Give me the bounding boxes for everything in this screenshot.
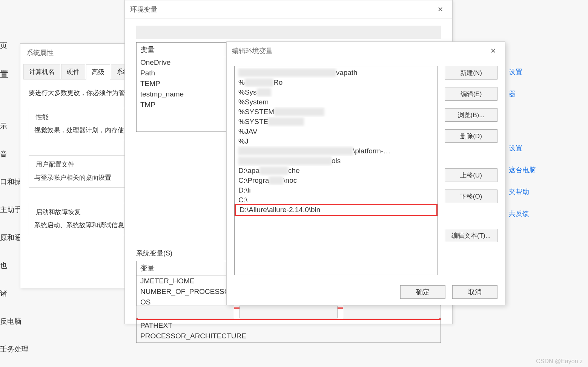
path-row[interactable]: …………………………………ols: [235, 156, 438, 166]
left-settings-fragments: 页 置 示 音 口和操作 主助手 原和睡眠 也 诸 反电脑 壬务处理 影到此电脑: [0, 23, 21, 367]
close-icon[interactable]: ✕: [486, 46, 500, 56]
dialog-title: 编辑环境变量: [232, 46, 273, 55]
edit-text-button[interactable]: 编辑文本(T)...: [445, 229, 497, 242]
fragment: 口和操作: [0, 177, 21, 187]
close-icon[interactable]: ✕: [433, 4, 447, 15]
cancel-button[interactable]: 取消: [452, 285, 497, 299]
redacted-username-area: [136, 26, 441, 39]
link-settings2[interactable]: 设置: [509, 144, 588, 153]
fragment: 诸: [0, 289, 21, 298]
path-row[interactable]: C:\Progra……\noc: [235, 176, 438, 185]
fragment: 壬务处理: [0, 344, 21, 354]
path-row[interactable]: %SYSTE……………: [235, 117, 438, 127]
env-bottom-buttons: [136, 306, 441, 318]
path-row[interactable]: D:\apa…………che: [235, 166, 438, 176]
path-row[interactable]: %JAV: [235, 127, 438, 136]
fragment: 页: [0, 41, 21, 50]
path-row[interactable]: …………………………………………\platform-…: [235, 146, 438, 156]
tab-hardware[interactable]: 硬件: [61, 64, 85, 79]
fragment: 原和睡眠: [0, 233, 21, 243]
fragment: 置: [0, 69, 21, 80]
path-row[interactable]: %J: [235, 136, 438, 146]
button-placeholder[interactable]: [136, 306, 234, 318]
path-row[interactable]: D:\li: [235, 185, 438, 195]
link-this-pc[interactable]: 这台电脑: [509, 165, 588, 174]
list-item[interactable]: PATHEXT: [137, 320, 441, 331]
move-up-button[interactable]: 上移(U): [445, 168, 497, 182]
group-title: 用户配置文件: [34, 160, 76, 169]
path-row[interactable]: %SYSTEM…………………: [235, 107, 438, 117]
browse-button[interactable]: 浏览(B)...: [445, 108, 497, 122]
path-row[interactable]: %Sys……: [235, 87, 438, 97]
edit-env-var-dialog: 编辑环境变量 ✕ gram Fil…………………………vapath%…………Ro…: [226, 41, 505, 305]
path-row[interactable]: D:\Allure\allure-2.14.0\bin: [235, 204, 438, 216]
path-list[interactable]: gram Fil…………………………vapath%…………Ro%Sys……%Sy…: [234, 66, 438, 275]
edit-button[interactable]: 编辑(E): [445, 87, 497, 101]
link-feedback[interactable]: 共反馈: [509, 209, 588, 218]
list-item[interactable]: PROCESSOR_IDENTIFIER: [137, 341, 441, 343]
path-row[interactable]: %…………Ro: [235, 78, 438, 87]
fragment: 音: [0, 149, 21, 159]
button-placeholder[interactable]: [343, 306, 441, 318]
fragment: 示: [0, 121, 21, 131]
edit-buttons-column: 新建(N) 编辑(E) 浏览(B)... 删除(D) 上移(U) 下移(O) 编…: [445, 66, 497, 275]
path-row[interactable]: gram Fil…………………………vapath: [235, 68, 438, 78]
link-help[interactable]: 夹帮助: [509, 187, 588, 196]
group-title: 启动和故障恢复: [34, 208, 82, 216]
link-settings[interactable]: 设置: [509, 67, 588, 76]
move-down-button[interactable]: 下移(O): [445, 190, 497, 203]
group-title: 性能: [34, 113, 50, 121]
tab-advanced[interactable]: 高级: [86, 64, 110, 80]
button-placeholder[interactable]: [239, 306, 338, 318]
fragment: 也: [0, 261, 21, 271]
fragment: 反电脑: [0, 317, 21, 326]
watermark: CSDN @Eayon z: [536, 358, 583, 365]
fragment: 主助手: [0, 205, 21, 215]
right-links: 设置 器 设置 这台电脑 夹帮助 共反馈: [509, 55, 588, 218]
list-item[interactable]: PROCESSOR_ARCHITECTURE: [137, 331, 441, 341]
link-qi[interactable]: 器: [509, 89, 588, 98]
ok-button[interactable]: 确定: [400, 285, 445, 299]
dialog-title: 环境变量: [130, 5, 157, 14]
path-row[interactable]: %System: [235, 97, 438, 107]
tab-computer-name[interactable]: 计算机名: [23, 64, 60, 79]
new-button[interactable]: 新建(N): [445, 66, 497, 80]
delete-button[interactable]: 删除(D): [445, 129, 497, 143]
